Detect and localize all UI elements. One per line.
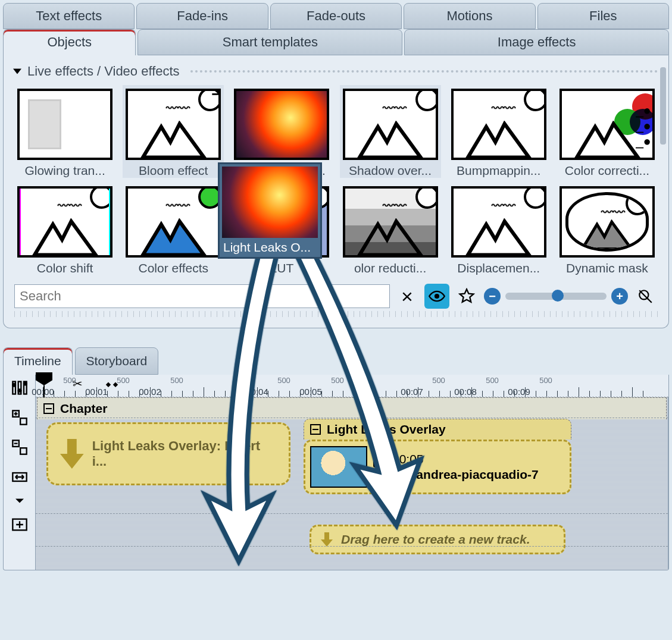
- tab-smart-templates[interactable]: Smart templates: [137, 29, 402, 55]
- ruler-sublabel: 500: [277, 376, 290, 385]
- svg-point-0: [435, 294, 439, 299]
- effect-item[interactable]: 〰〰olor reducti...: [340, 183, 441, 275]
- effect-thumb: 〰〰: [126, 89, 221, 160]
- effect-item[interactable]: 〰〰Bloom effect−: [123, 85, 224, 178]
- clip-filename: pexels-andrea-piacquadio-7: [373, 468, 565, 482]
- effect-label: Glowing tran...: [14, 164, 115, 178]
- ruler-sublabel: 500: [331, 376, 344, 385]
- fit-all-icon[interactable]: [10, 515, 29, 534]
- zoom-in-icon[interactable]: +: [611, 288, 628, 305]
- effect-thumb: [234, 89, 329, 160]
- tab-text-effects[interactable]: Text effects: [3, 3, 135, 29]
- effect-label: Shadow over...: [340, 164, 441, 178]
- effect-item[interactable]: 〰〰Color shift: [14, 183, 115, 275]
- drop-zone-insert[interactable]: Light Leaks Overlay: Insert i...: [46, 422, 290, 485]
- drag-preview-label: Light Leaks O...: [222, 238, 318, 255]
- ruler-sublabel: 500: [170, 376, 183, 385]
- ruler-sublabel: 500: [539, 376, 552, 385]
- zoom-slider[interactable]: [505, 293, 607, 300]
- favorite-star-icon[interactable]: [454, 284, 479, 309]
- collapse-tracks-icon[interactable]: [10, 438, 29, 457]
- ruler-sublabel: 500: [432, 376, 445, 385]
- expand-tracks-icon[interactable]: [10, 408, 29, 427]
- tab-motions[interactable]: Motions: [404, 3, 535, 29]
- effect-label: LUT: [231, 261, 332, 275]
- zoom-reset-icon[interactable]: [633, 284, 658, 309]
- ruler-ticks: [14, 311, 658, 317]
- effects-breadcrumb: Live effects / Video effects: [27, 64, 180, 79]
- effect-label: Color correcti...: [557, 164, 658, 178]
- drag-preview-thumb: [222, 167, 318, 238]
- chapter-header[interactable]: Chapter: [37, 397, 667, 419]
- clear-search-icon[interactable]: ×: [395, 284, 420, 309]
- ruler-sublabel: 500: [486, 376, 499, 385]
- effect-thumb: 〰〰: [126, 186, 221, 258]
- track-divider: [36, 546, 668, 547]
- tab-image-effects[interactable]: Image effects: [404, 29, 669, 55]
- chapter-title: Chapter: [60, 401, 107, 416]
- clip-body[interactable]: A/B00:05 pexels-andrea-piacquadio-7: [304, 440, 571, 494]
- tab-fade-ins[interactable]: Fade-ins: [136, 3, 268, 29]
- track-divider: [36, 418, 668, 418]
- clip-thumbnail: [310, 446, 367, 488]
- tab-timeline[interactable]: Timeline: [3, 347, 73, 375]
- tab-storyboard[interactable]: Storyboard: [75, 347, 159, 375]
- effect-item[interactable]: 〰〰Dynamic mask: [557, 183, 658, 275]
- effect-label: Color effects: [123, 261, 224, 275]
- tab-objects[interactable]: Objects: [3, 29, 136, 55]
- drop-zone-insert-label: Light Leaks Overlay: Insert i...: [92, 438, 277, 469]
- ab-compare-icon: A/B: [373, 454, 389, 468]
- track-divider: [36, 513, 668, 514]
- zoom-out-icon[interactable]: −: [484, 288, 501, 305]
- effect-label: Displacemen...: [448, 261, 549, 275]
- playhead-icon[interactable]: [36, 372, 52, 385]
- ruler-label: 00:08: [454, 387, 477, 397]
- divider: [190, 70, 658, 73]
- clip-title: Light Leaks Overlay: [327, 422, 446, 437]
- clip-header[interactable]: Light Leaks Overlay: [304, 419, 571, 440]
- effect-label: olor reducti...: [340, 261, 441, 275]
- search-input[interactable]: [14, 284, 390, 308]
- effect-item[interactable]: 〰〰Displacemen...: [448, 183, 549, 275]
- preview-eye-icon[interactable]: [424, 284, 449, 309]
- fit-width-icon[interactable]: [10, 468, 29, 487]
- effect-thumb: 〰〰: [343, 186, 438, 258]
- collapse-clip-icon[interactable]: [310, 424, 321, 435]
- effect-label: Dynamic mask: [557, 261, 658, 275]
- effect-thumb: 〰〰: [17, 186, 112, 258]
- svg-point-9: [24, 382, 27, 385]
- scrollbar[interactable]: [660, 67, 666, 145]
- effect-thumb: 〰〰: [451, 186, 546, 258]
- tab-fade-outs[interactable]: Fade-outs: [270, 3, 402, 29]
- more-icon[interactable]: [10, 497, 29, 504]
- down-arrow-icon: [321, 532, 333, 547]
- effect-thumb: 〰〰: [343, 89, 438, 160]
- effect-item[interactable]: 〰〰Shadow over...: [340, 85, 441, 178]
- effect-label: Color shift: [14, 261, 115, 275]
- tab-files[interactable]: Files: [537, 3, 669, 29]
- ruler-label: 00:09: [508, 387, 530, 397]
- collapse-triangle-icon[interactable]: [13, 69, 21, 74]
- effect-thumb: ⎯●⎯●⎯●: [560, 89, 655, 160]
- effect-item[interactable]: 〰〰Bumpmappin...: [448, 85, 549, 178]
- svg-rect-15: [20, 448, 26, 454]
- tracks-settings-icon[interactable]: [10, 378, 29, 397]
- time-ruler[interactable]: ✂ ⬥⬥ 00:0000:0100:0200:0400:0500:0700:08…: [36, 375, 668, 397]
- svg-rect-11: [20, 418, 26, 425]
- svg-point-7: [12, 384, 15, 387]
- effect-item[interactable]: ⎯●⎯●⎯●Color correcti...: [557, 85, 658, 178]
- ruler-sublabel: 500: [117, 376, 130, 385]
- ruler-sublabel: 500: [63, 376, 76, 385]
- effect-item[interactable]: Glowing tran...: [14, 85, 115, 178]
- effect-label: Bloom effect: [123, 164, 224, 178]
- effect-item[interactable]: 〰〰Color effects: [123, 183, 224, 275]
- drop-zone-new-track-label: Drag here to create a new track.: [341, 532, 530, 547]
- clip-time: 00:05: [392, 452, 424, 466]
- drop-zone-new-track[interactable]: Drag here to create a new track.: [310, 525, 565, 554]
- effect-thumb: 〰〰: [560, 186, 655, 258]
- drag-preview: Light Leaks O...: [218, 162, 322, 259]
- down-arrow-icon: [60, 439, 84, 469]
- effect-label: Bumpmappin...: [448, 164, 549, 178]
- collapse-chapter-icon[interactable]: [43, 403, 54, 414]
- effect-thumb: [17, 89, 112, 160]
